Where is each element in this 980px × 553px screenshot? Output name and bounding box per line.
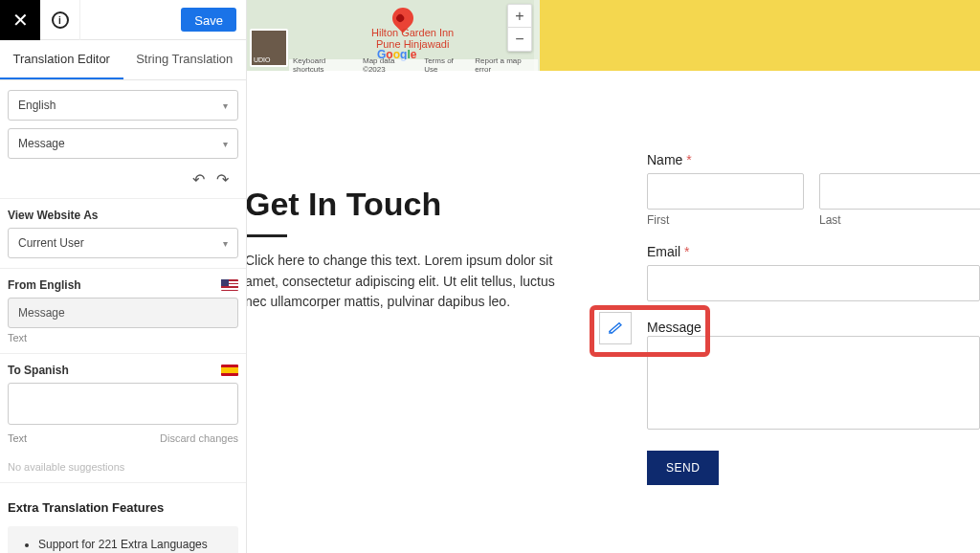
intro-text[interactable]: Click here to change this text. Lorem ip…: [247, 251, 580, 313]
language-select-value: English: [18, 99, 56, 112]
from-text-type: Text: [8, 332, 238, 343]
zoom-in-button[interactable]: +: [508, 5, 531, 28]
tab-string-translation[interactable]: String Translation: [123, 40, 247, 79]
close-button[interactable]: ✕: [0, 0, 40, 40]
close-icon: ✕: [12, 9, 29, 32]
no-suggestions-text: No available suggestions: [0, 452, 246, 483]
last-name-sublabel: Last: [819, 213, 980, 227]
first-name-input[interactable]: [647, 173, 804, 210]
pencil-icon: [608, 321, 623, 336]
view-as-value: Current User: [18, 236, 84, 250]
to-text-type: Text: [8, 432, 27, 444]
tab-translation-editor[interactable]: Translation Editor: [0, 40, 123, 79]
view-as-select[interactable]: Current User ▾: [8, 228, 238, 258]
intro-block: Get In Touch Click here to change this t…: [247, 186, 580, 313]
language-select[interactable]: English ▾: [8, 90, 238, 121]
features-heading: Extra Translation Features: [8, 500, 238, 515]
redo-icon[interactable]: ↷: [216, 170, 229, 188]
map-pin-label: Hilton Garden Inn Pune Hinjawadi: [371, 27, 454, 50]
chevron-down-icon: ▾: [223, 100, 228, 111]
page-preview: Hilton Garden Inn Pune Hinjawadi UDIO Go…: [247, 0, 980, 553]
email-input[interactable]: [647, 265, 980, 301]
name-label: Name *: [647, 152, 980, 167]
item-select-value: Message: [18, 137, 65, 150]
translation-sidebar: ✕ i Save Translation Editor String Trans…: [0, 0, 247, 553]
map-zoom-controls: + −: [507, 4, 532, 52]
send-button[interactable]: SEND: [647, 451, 719, 485]
discard-changes-link[interactable]: Discard changes: [160, 432, 238, 444]
first-name-sublabel: First: [647, 213, 804, 227]
zoom-out-button[interactable]: −: [508, 28, 531, 51]
flag-us-icon: [221, 279, 238, 291]
heading-underline: [247, 234, 287, 237]
last-name-input[interactable]: [819, 173, 980, 210]
undo-icon[interactable]: ↶: [192, 170, 205, 188]
feature-item: Support for 221 Extra Languages: [38, 538, 225, 551]
email-label: Email *: [647, 244, 980, 259]
contact-form: Name * First Last Email *: [647, 152, 980, 485]
chevron-down-icon: ▾: [223, 238, 228, 249]
info-icon: i: [52, 11, 69, 29]
from-language-label: From English: [8, 278, 81, 292]
yellow-banner: [540, 0, 980, 71]
to-language-label: To Spanish: [8, 364, 69, 377]
page-heading: Get In Touch: [247, 186, 580, 223]
map-satellite-thumb[interactable]: UDIO: [250, 29, 288, 67]
item-select[interactable]: Message ▾: [8, 128, 238, 159]
translation-input[interactable]: [8, 383, 238, 425]
chevron-down-icon: ▾: [223, 139, 228, 149]
edit-translation-button[interactable]: [599, 312, 632, 344]
view-as-label: View Website As: [8, 209, 238, 222]
map-attribution: Keyboard shortcuts Map data ©2023 Terms …: [289, 59, 538, 71]
info-button[interactable]: i: [40, 0, 80, 40]
features-box: Support for 221 Extra Languages Yoast SE…: [8, 526, 238, 553]
flag-es-icon: [221, 365, 238, 376]
from-text-value: Message: [8, 298, 238, 328]
save-button[interactable]: Save: [181, 8, 236, 32]
